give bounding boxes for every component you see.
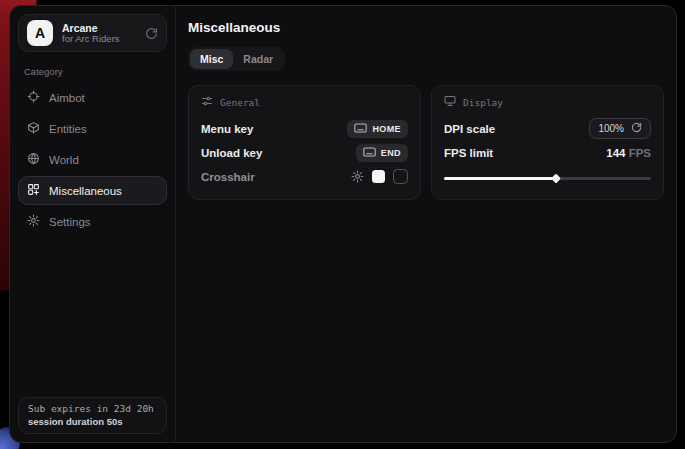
keyboard-icon [363,147,376,159]
monitor-icon [444,95,456,109]
sidebar-item-label: World [49,154,79,166]
menu-key-label: Menu key [201,123,253,135]
keyboard-icon [354,123,367,135]
page-title: Miscellaneous [188,20,664,35]
subscription-info: Sub expires in 23d 20h session duration … [18,397,167,434]
unload-key-label: Unload key [201,147,262,159]
display-card-title: Display [463,97,503,108]
fps-number: 144 [606,147,625,159]
cards-row: General Menu key HOME Unload key [188,85,664,200]
general-card: General Menu key HOME Unload key [188,85,421,200]
dpi-scale-value: 100% [598,123,624,134]
crosshair-icon [27,90,40,105]
refresh-icon[interactable] [631,122,642,135]
session-duration-text: session duration 50s [28,416,157,427]
menu-key-row: Menu key HOME [201,117,408,140]
globe-icon [27,152,40,167]
display-card-header: Display [444,95,651,109]
dpi-scale-label: DPI scale [444,123,495,135]
sidebar-item-settings[interactable]: Settings [18,207,167,236]
unload-key-row: Unload key END [201,141,408,164]
brand-subtitle: for Arc Riders [62,34,136,45]
menu-key-binding[interactable]: HOME [347,120,408,138]
crosshair-label: Crosshair [201,171,255,183]
unload-key-value: END [381,148,401,158]
dpi-scale-control[interactable]: 100% [589,118,651,139]
crosshair-settings-icon[interactable] [351,170,364,183]
brand-text: Arcane for Arc Riders [62,22,136,45]
sidebar-nav: Aimbot Entities World [18,83,167,236]
crosshair-row: Crosshair [201,165,408,188]
sidebar-item-aimbot[interactable]: Aimbot [18,83,167,112]
tab-radar[interactable]: Radar [233,49,283,69]
avatar: A [27,20,53,46]
sidebar-item-miscellaneous[interactable]: Miscellaneous [18,176,167,205]
fps-limit-slider[interactable] [444,173,651,183]
sidebar-item-label: Aimbot [49,92,85,104]
sidebar-item-label: Miscellaneous [49,185,122,197]
general-card-title: General [220,97,260,108]
crosshair-checkbox[interactable] [393,169,408,184]
sync-icon[interactable] [145,27,158,40]
sub-expiry-text: Sub expires in 23d 20h [28,403,157,414]
brand-card: A Arcane for Arc Riders [18,14,167,52]
fps-limit-label: FPS limit [444,147,493,159]
crosshair-color-swatch[interactable] [372,170,385,183]
fps-limit-value: 144 FPS [606,147,651,159]
brand-title: Arcane [62,22,136,34]
sliders-icon [201,95,213,109]
crosshair-controls [351,169,408,184]
sidebar-item-world[interactable]: World [18,145,167,174]
entities-icon [27,121,40,136]
sidebar-item-label: Settings [49,216,91,228]
sidebar: A Arcane for Arc Riders Category Aimbot [10,6,176,442]
fps-limit-row: FPS limit 144 FPS [444,141,651,164]
menu-key-value: HOME [372,124,401,134]
sidebar-item-entities[interactable]: Entities [18,114,167,143]
grid-icon [27,183,40,198]
fps-slider-thumb[interactable] [551,173,561,183]
cheat-menu-window: A Arcane for Arc Riders Category Aimbot [9,5,677,443]
tab-misc[interactable]: Misc [190,49,233,69]
unload-key-binding[interactable]: END [356,144,408,162]
sidebar-item-label: Entities [49,123,87,135]
category-label: Category [24,66,161,77]
general-card-header: General [201,95,408,109]
fps-slider-fill [444,177,556,180]
dpi-scale-row: DPI scale 100% [444,117,651,140]
gear-icon [27,214,40,229]
tab-bar: Misc Radar [188,47,285,71]
main-panel: Miscellaneous Misc Radar General Menu ke… [176,6,676,442]
fps-unit: FPS [629,147,651,159]
display-card: Display DPI scale 100% FPS limit [431,85,664,200]
